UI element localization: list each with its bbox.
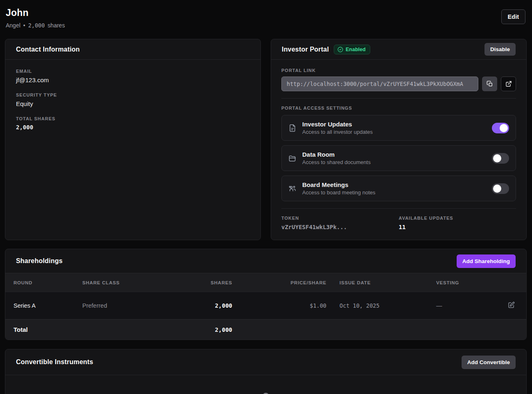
setting-text-data-room: Data Room Access to shared documents (302, 151, 486, 165)
setting-description: Access to board meeting notes (302, 189, 486, 196)
email-value: jf@123.com (16, 77, 250, 83)
setting-title: Board Meetings (302, 181, 486, 188)
email-field: EMAIL jf@123.com (16, 69, 250, 83)
convertible-instruments-card: Convertible Instruments Add Convertible (5, 349, 527, 394)
subtitle-separator: • (23, 22, 25, 29)
investor-type: Angel (6, 22, 20, 29)
column-shares: SHARES (149, 280, 232, 285)
investor-shares-count: 2,000 (28, 22, 45, 29)
file-text-icon (288, 124, 297, 132)
setting-row-board-meetings: Board Meetings Access to board meeting n… (281, 176, 516, 201)
cell-price-share: $1.00 (232, 302, 326, 309)
board-meetings-toggle[interactable] (492, 183, 509, 194)
column-share-class: SHARE CLASS (74, 280, 149, 285)
investor-shares-suffix: shares (48, 22, 65, 29)
contact-card-body: EMAIL jf@123.com SECURITY TYPE Equity TO… (5, 60, 260, 149)
column-round: ROUND (5, 280, 74, 285)
shareholdings-title: Shareholdings (16, 257, 63, 265)
open-portal-button[interactable] (501, 77, 516, 91)
enabled-status-badge: Enabled (334, 45, 370, 54)
investor-subtitle: Angel • 2,000 shares (6, 22, 525, 29)
security-type-value: Equity (16, 100, 250, 107)
portal-divider-top (281, 98, 516, 99)
convertibles-title: Convertible Instruments (16, 358, 93, 366)
investor-updates-toggle[interactable] (492, 123, 509, 133)
setting-description: Access to shared documents (302, 159, 486, 165)
setting-title: Investor Updates (302, 121, 486, 128)
column-vesting: VESTING (431, 280, 489, 285)
portal-divider-bottom (281, 208, 516, 209)
portal-footer: TOKEN vZrUYESF41wkL3Pk... AVAILABLE UPDA… (281, 216, 516, 230)
setting-title: Data Room (302, 151, 486, 158)
portal-link-label: PORTAL LINK (281, 68, 516, 73)
available-updates-label: AVAILABLE UPDATES (399, 216, 516, 221)
token-value: vZrUYESF41wkL3Pk... (281, 224, 399, 230)
token-label: TOKEN (281, 216, 399, 221)
setting-text-board-meetings: Board Meetings Access to board meeting n… (302, 181, 486, 196)
convertibles-body (5, 375, 526, 394)
copy-link-button[interactable] (482, 77, 497, 91)
setting-row-investor-updates: Investor Updates Access to all investor … (281, 115, 516, 141)
add-shareholding-button[interactable]: Add Shareholding (457, 254, 516, 268)
top-cards-row: Contact Information EMAIL jf@123.com SEC… (5, 39, 527, 240)
data-room-toggle[interactable] (492, 153, 509, 164)
contact-information-card: Contact Information EMAIL jf@123.com SEC… (5, 39, 261, 240)
column-issue-date: ISSUE DATE (326, 280, 431, 285)
page-header: John Angel • 2,000 shares Edit (0, 0, 532, 39)
contact-card-header: Contact Information (5, 39, 260, 60)
portal-card-header: Investor Portal Enabled Disable (271, 39, 526, 60)
setting-description: Access to all investor updates (302, 129, 486, 135)
enabled-badge-label: Enabled (346, 47, 366, 52)
toggle-knob (493, 185, 501, 193)
cell-share-class: Preferred (74, 302, 149, 309)
setting-row-data-room: Data Room Access to shared documents (281, 145, 516, 171)
cell-issue-date: Oct 10, 2025 (326, 302, 431, 309)
shareholdings-total-row: Total 2,000 (5, 319, 526, 340)
shareholdings-header: Shareholdings Add Shareholding (5, 249, 526, 273)
total-shares-value: 2,000 (16, 124, 250, 131)
investor-portal-card: Investor Portal Enabled Disable PORTAL L… (271, 39, 527, 240)
toggle-knob (500, 124, 508, 132)
total-shares-cell: 2,000 (149, 326, 232, 333)
add-convertible-button[interactable]: Add Convertible (462, 356, 516, 369)
portal-link-input[interactable]: http://localhost:3000/portal/vZrUYESF41w… (281, 77, 478, 91)
setting-text-investor-updates: Investor Updates Access to all investor … (302, 121, 486, 135)
portal-card-body: PORTAL LINK http://localhost:3000/portal… (271, 60, 526, 239)
contact-card-title: Contact Information (16, 46, 80, 53)
total-shares-field: TOTAL SHARES 2,000 (16, 116, 250, 131)
total-label: Total (5, 326, 74, 333)
copy-icon (487, 81, 493, 87)
folder-icon (288, 154, 297, 162)
cell-shares: 2,000 (149, 302, 232, 309)
available-updates-value: 11 (399, 224, 516, 230)
people-icon (288, 185, 297, 193)
token-field: TOKEN vZrUYESF41wkL3Pk... (281, 216, 399, 230)
security-type-label: SECURITY TYPE (16, 92, 250, 97)
portal-link-row: http://localhost:3000/portal/vZrUYESF41w… (281, 77, 516, 91)
portal-card-title: Investor Portal (282, 46, 329, 53)
investor-name-title: John (6, 7, 525, 18)
cell-round: Series A (5, 302, 74, 309)
shareholdings-card: Shareholdings Add Shareholding ROUND SHA… (5, 249, 527, 340)
email-label: EMAIL (16, 69, 250, 74)
column-price-share: PRICE/SHARE (232, 280, 326, 285)
edit-button[interactable]: Edit (501, 9, 525, 24)
available-updates-field: AVAILABLE UPDATES 11 (399, 216, 516, 230)
disable-portal-button[interactable]: Disable (484, 43, 516, 56)
check-circle-icon (337, 47, 343, 52)
security-type-field: SECURITY TYPE Equity (16, 92, 250, 107)
shareholdings-table-header: ROUND SHARE CLASS SHARES PRICE/SHARE ISS… (5, 273, 526, 292)
edit-row-icon[interactable] (508, 302, 515, 308)
toggle-knob (493, 154, 501, 162)
external-link-icon (505, 81, 512, 87)
total-shares-label: TOTAL SHARES (16, 116, 250, 121)
cell-vesting: — (431, 302, 489, 309)
portal-access-settings-label: PORTAL ACCESS SETTINGS (281, 106, 516, 110)
convertibles-header: Convertible Instruments Add Convertible (5, 349, 526, 375)
table-row: Series A Preferred 2,000 $1.00 Oct 10, 2… (5, 292, 526, 319)
